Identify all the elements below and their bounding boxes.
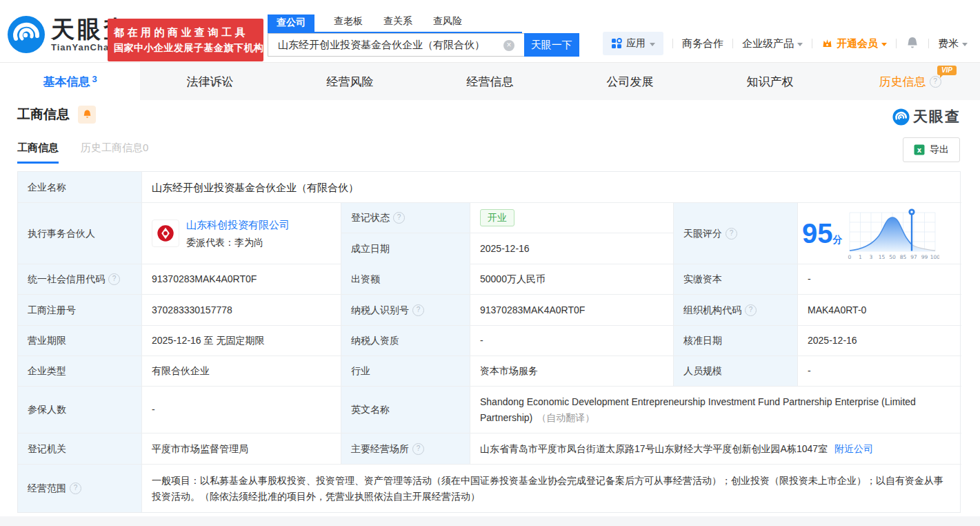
field-label-registration-status: 登记状态 ? (341, 203, 470, 233)
field-label-business-scope: 经营范围 ? (18, 465, 142, 512)
tab-business-info[interactable]: 经营信息 (420, 63, 560, 100)
section-title: 工商信息 (17, 106, 70, 124)
field-value-business-address: 山东省青岛市平度市凤台街道太原路17号山东财经大学平度创新创业园A栋1047室 … (470, 434, 961, 465)
apps-menu[interactable]: 应用 (603, 32, 663, 55)
score-number: 95 (802, 218, 833, 249)
svg-text:97: 97 (910, 254, 917, 260)
tianyancha-logo-icon (7, 15, 46, 54)
subtab-history-business-info[interactable]: 历史工商信息0 (81, 142, 148, 164)
tab-legal-litigation[interactable]: 法律诉讼 (140, 63, 280, 100)
field-label-capital: 出资额 (341, 264, 470, 295)
field-value-capital: 50000万人民币 (470, 264, 674, 295)
field-value-credit-code: 91370283MAK4A0RT0F (142, 264, 341, 295)
search-tab-risk[interactable]: 查风险 (432, 12, 463, 32)
field-label-business-term: 营业期限 (18, 326, 142, 356)
help-icon[interactable]: ? (412, 443, 424, 455)
search-tab-company[interactable]: 查公司 (268, 14, 314, 32)
section-header: 工商信息 (17, 106, 96, 124)
field-value-english-name: Shandong Economic Development Entreprene… (470, 387, 961, 434)
tab-basic-info[interactable]: 基本信息 3 (0, 63, 140, 100)
business-info-subtabs: 工商信息 历史工商信息0 (17, 142, 148, 164)
partner-company-link[interactable]: 山东科创投资有限公司 (186, 217, 290, 233)
help-icon[interactable]: ? (393, 212, 405, 224)
partner-delegate: 委派代表：李为尚 (186, 235, 290, 251)
field-value-staff-size: - (798, 356, 961, 387)
help-icon[interactable]: ? (745, 304, 757, 316)
nav-item-cooperation[interactable]: 商务合作 (682, 37, 723, 50)
watermark-logo-icon (892, 108, 910, 126)
nav-item-vip-membership[interactable]: 开通会员 (821, 37, 887, 50)
nav-divider (928, 39, 929, 48)
field-label-taxpayer-qualification: 纳税人资质 (341, 326, 470, 356)
score-distribution-chart: 0 1 3 15 50 85 97 99 100 (846, 206, 939, 261)
search-button[interactable]: 天眼一下 (524, 33, 579, 57)
bell-icon (82, 109, 92, 120)
clear-search-icon[interactable]: × (503, 40, 514, 51)
field-value-taxpayer-qualification: - (470, 326, 674, 356)
tab-history-info[interactable]: VIP 历史信息 ? (840, 63, 980, 100)
company-page-tabs: 基本信息 3 法律诉讼 经营风险 经营信息 公司发展 知识产权 VIP 历史信息… (0, 62, 980, 100)
search-tabs: 查公司 查老板 查关系 查风险 (268, 12, 522, 33)
field-label-taxpayer-id: 纳税人识别号 ? (341, 295, 470, 326)
score-unit: 分 (833, 234, 843, 245)
apps-label: 应用 (626, 37, 646, 50)
field-label-tianyan-score: 天眼评分 ? (674, 203, 798, 264)
field-label-english-name: 英文名称 (341, 387, 470, 434)
tab-intellectual-property[interactable]: 知识产权 (700, 63, 840, 100)
field-value-taxpayer-id: 91370283MAK4A0RT0F (470, 295, 674, 326)
bell-curve-area (850, 217, 935, 251)
status-date-subgrid: 登记状态 ? 开业 成立日期 2025-12-16 (341, 203, 674, 264)
field-value-business-term: 2025-12-16 至 无固定期限 (142, 326, 341, 356)
svg-text:15: 15 (878, 254, 885, 260)
field-value-registration-status: 开业 (470, 203, 674, 233)
field-label-establish-date: 成立日期 (341, 233, 470, 264)
subtab-business-info[interactable]: 工商信息 (17, 142, 59, 164)
help-icon[interactable]: ? (412, 304, 424, 316)
subscribe-bell-button[interactable] (78, 106, 96, 124)
help-icon[interactable]: ? (108, 273, 120, 285)
notification-bell-icon[interactable] (906, 36, 919, 51)
field-label-insured-count: 参保人数 (18, 387, 142, 434)
page-bottom-strip (0, 516, 980, 526)
tianyancha-watermark: 天眼查 (892, 107, 961, 126)
vip-badge: VIP (937, 66, 957, 75)
field-label-business-address: 主要经营场所 ? (341, 434, 470, 465)
field-label-industry: 行业 (341, 356, 470, 387)
export-button[interactable]: x 导出 (903, 137, 960, 162)
field-label-company-name: 企业名称 (18, 172, 142, 203)
promo-banner: 都在用的商业查询工具 国家中小企业发展子基金旗下机构 (108, 19, 263, 61)
apps-grid-icon (611, 38, 622, 49)
tab-business-risk[interactable]: 经营风险 (280, 63, 420, 100)
field-label-paid-capital: 实缴资本 (674, 264, 798, 295)
basic-info-count: 3 (92, 74, 97, 84)
field-value-registration-authority: 平度市市场监督管理局 (142, 434, 341, 465)
promo-banner-line2: 国家中小企业发展子基金旗下机构 (114, 42, 257, 55)
nav-divider (812, 39, 812, 48)
nav-item-user[interactable]: 费米 (938, 37, 968, 50)
field-value-registration-number: 370283330157778 (142, 295, 341, 326)
chevron-down-icon (962, 43, 968, 46)
field-label-registration-number: 工商注册号 (18, 295, 142, 326)
help-icon[interactable]: ? (726, 228, 737, 240)
search-input[interactable] (268, 33, 524, 57)
top-navigation: 应用 商务合作 企业级产品 开通会员 费米 (603, 32, 968, 55)
svg-text:x: x (917, 146, 922, 154)
chevron-down-icon (650, 43, 655, 46)
promo-banner-line1: 都在用的商业查询工具 (114, 26, 257, 39)
field-value-establish-date: 2025-12-16 (470, 233, 674, 264)
nearby-companies-link[interactable]: 附近公司 (834, 441, 873, 457)
search-tab-boss[interactable]: 查老板 (332, 12, 364, 32)
nav-item-enterprise[interactable]: 企业级产品 (742, 37, 803, 50)
field-value-org-code: MAK4A0RT-0 (798, 295, 961, 326)
field-value-business-scope: 一般项目：以私募基金从事股权投资、投资管理、资产管理等活动（须在中国证券投资基金… (142, 465, 961, 512)
chart-x-ticks: 0 1 3 15 50 85 97 99 100 (848, 254, 939, 260)
svg-text:0: 0 (848, 254, 851, 260)
tab-company-development[interactable]: 公司发展 (560, 63, 700, 100)
field-label-registration-authority: 登记机关 (18, 434, 142, 465)
search-tab-relation[interactable]: 查关系 (382, 12, 414, 32)
field-value-insured-count: - (142, 387, 341, 434)
nav-divider (732, 39, 733, 48)
partner-company-logo (152, 220, 179, 247)
help-icon[interactable]: ? (70, 483, 81, 494)
watermark-text: 天眼查 (913, 107, 961, 126)
